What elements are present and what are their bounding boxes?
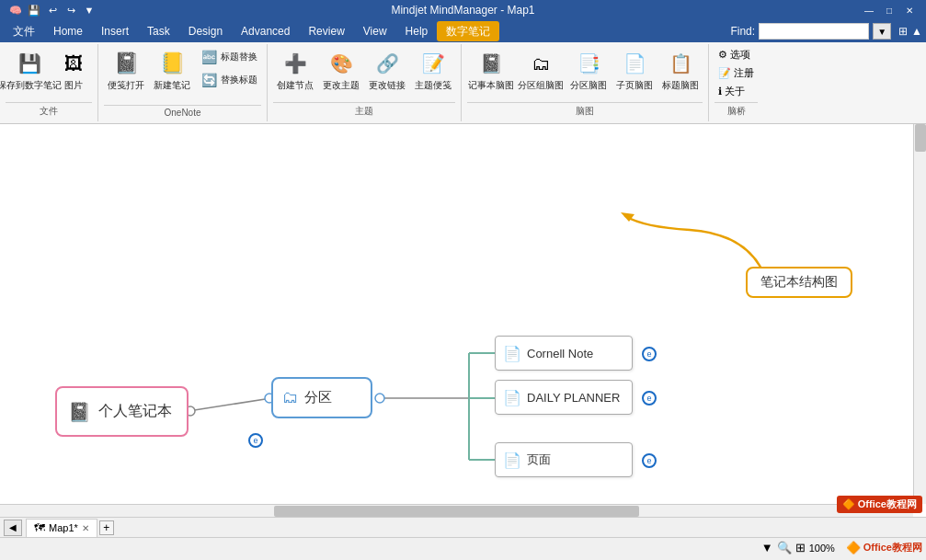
window-title: Mindjet MindManager - Map1 (391, 4, 534, 17)
menu-right: Find: ▼ ⊞ ▲ (730, 23, 922, 40)
register-icon: 📝 (718, 67, 731, 79)
open-notes-btn[interactable]: 📓 便笺打开 (104, 46, 148, 94)
change-theme-label: 更改主题 (323, 80, 360, 91)
help-btn[interactable]: ▲ (911, 25, 922, 38)
menu-home[interactable]: Home (44, 21, 92, 41)
page-node-daily[interactable]: 📄 DAILY PLANNER (495, 380, 633, 415)
menu-help[interactable]: Help (396, 21, 438, 41)
h-scrollbar-thumb[interactable] (274, 506, 639, 517)
grid-view-btn[interactable]: ⊞ (898, 25, 908, 38)
ie-icon-page[interactable]: e (642, 453, 657, 468)
tab-close-btn[interactable]: ✕ (82, 523, 89, 533)
theme-notes-icon: 📝 (418, 49, 448, 78)
new-tab-btn[interactable]: + (99, 520, 114, 535)
menu-task[interactable]: Task (138, 21, 179, 41)
notebook-mindmap-btn[interactable]: 📓 记事本脑图 (467, 46, 515, 94)
close-button[interactable]: ✕ (900, 3, 919, 17)
title-replace-icon: 🔤 (200, 48, 218, 66)
open-notes-icon: 📓 (111, 49, 141, 78)
menu-insert[interactable]: Insert (92, 21, 138, 41)
logo-icon: 🔶 (846, 541, 861, 554)
change-theme-icon: 🎨 (326, 49, 356, 78)
ribbon: 💾 保存到数字笔记 🖼 图片 文件 📓 便笺打开 📒 新建笔记 🔤 (0, 42, 926, 124)
change-theme-btn[interactable]: 🎨 更改主题 (319, 46, 363, 94)
layout-icon[interactable]: ⊞ (795, 541, 806, 554)
replace-title-btn[interactable]: 🔄 替换标题 (196, 69, 261, 91)
page-label-daily: DAILY PLANNER (527, 391, 620, 405)
new-notes-icon: 📒 (157, 49, 187, 78)
page-node-cornell[interactable]: 📄 Cornell Note (495, 336, 633, 371)
tab-bar: ◀ 🗺 Map1* ✕ + (0, 517, 926, 537)
replace-title-label: 替换标题 (221, 74, 257, 86)
ie-icon-daily[interactable]: e (642, 391, 657, 406)
image-btn[interactable]: 🖼 图片 (55, 46, 92, 94)
register-label: 注册 (734, 66, 754, 80)
title-replace-btn[interactable]: 🔤 标题替换 (196, 46, 261, 68)
map-tab[interactable]: 🗺 Map1* ✕ (26, 519, 97, 537)
title-mindmap-btn[interactable]: 📋 标题脑图 (658, 46, 703, 94)
undo-btn[interactable]: ↩ (44, 2, 61, 18)
open-notes-label: 便笺打开 (108, 80, 144, 91)
about-btn[interactable]: ℹ 关于 (715, 83, 758, 100)
menu-design[interactable]: Design (179, 21, 232, 41)
section-node[interactable]: 🗂 分区 (271, 377, 372, 418)
v-scrollbar-thumb[interactable] (915, 124, 926, 152)
options-label: 选项 (730, 48, 750, 62)
find-input[interactable] (759, 23, 869, 40)
save-to-notes-btn[interactable]: 💾 保存到数字笔记 (6, 46, 53, 94)
ribbon-theme-content: ➕ 创建节点 🎨 更改主题 🔗 更改链接 📝 主题便笺 (273, 46, 455, 100)
ribbon-onenote-label: OneNote (104, 105, 261, 120)
ribbon-group-bridge: ⚙ 选项 📝 注册 ℹ 关于 脑桥 (709, 44, 763, 121)
notebook-label: 个人笔记本 (98, 402, 172, 421)
h-scrollbar[interactable] (0, 504, 913, 517)
register-btn[interactable]: 📝 注册 (715, 64, 758, 82)
create-node-icon: ➕ (280, 49, 310, 78)
redo-btn[interactable]: ↪ (63, 2, 79, 18)
options-btn[interactable]: ⚙ 选项 (715, 46, 758, 63)
svg-marker-9 (621, 212, 634, 222)
change-link-btn[interactable]: 🔗 更改链接 (365, 46, 409, 94)
customize-btn[interactable]: ▼ (81, 2, 97, 18)
nav-back-btn[interactable]: ◀ (4, 520, 22, 536)
section-label: 分区 (304, 389, 332, 406)
section-mindmap-btn[interactable]: 📑 分区脑图 (566, 46, 611, 94)
ie-icon-notebook[interactable]: e (248, 433, 263, 448)
v-scrollbar[interactable] (913, 124, 926, 504)
connections-svg (0, 124, 926, 517)
zoom-percent: 100% (809, 543, 835, 554)
ie-icon-cornell[interactable]: e (642, 347, 657, 361)
menu-review[interactable]: Review (299, 21, 353, 41)
maximize-button[interactable]: □ (880, 3, 898, 17)
ribbon-group-file: 💾 保存到数字笔记 🖼 图片 文件 (0, 44, 98, 121)
save-notes-icon: 💾 (15, 49, 44, 78)
section-mindmap-icon: 📑 (574, 49, 603, 78)
subpage-mindmap-btn[interactable]: 📄 子页脑图 (612, 46, 657, 94)
notebook-mindmap-label: 记事本脑图 (468, 80, 514, 91)
ribbon-bridge-col: ⚙ 选项 📝 注册 ℹ 关于 (715, 46, 758, 100)
notebook-node[interactable]: 📓 个人笔记本 (55, 386, 189, 437)
new-notes-btn[interactable]: 📒 新建笔记 (150, 46, 194, 94)
section-group-mindmap-btn[interactable]: 🗂 分区组脑图 (517, 46, 565, 94)
save-quick-btn[interactable]: 💾 (26, 2, 42, 18)
filter-icon[interactable]: ▼ (761, 541, 773, 554)
menu-view[interactable]: View (354, 21, 396, 41)
watermark-logo: 🔶 Office教程网 (846, 541, 922, 554)
page-label-cornell: Cornell Note (527, 347, 593, 360)
ribbon-mindmap-content: 📓 记事本脑图 🗂 分区组脑图 📑 分区脑图 📄 子页脑图 📋 标题脑图 (467, 46, 703, 100)
minimize-button[interactable]: — (860, 3, 878, 17)
menu-digital-notes[interactable]: 数字笔记 (437, 21, 499, 41)
section-icon: 🗂 (282, 388, 299, 407)
theme-notes-btn[interactable]: 📝 主题便笺 (411, 46, 455, 94)
menu-advanced[interactable]: Advanced (232, 21, 299, 41)
page-node-page[interactable]: 📄 页面 (495, 442, 633, 477)
status-bar: ▼ 🔍 ⊞ 100% 🔶 Office教程网 (0, 537, 926, 557)
image-label: 图片 (64, 80, 83, 91)
view-icon[interactable]: 🔍 (777, 541, 792, 554)
find-dropdown-btn[interactable]: ▼ (873, 23, 891, 40)
tab-icon: 🗺 (34, 521, 45, 534)
menu-file[interactable]: 文件 (4, 21, 44, 41)
svg-point-4 (375, 394, 384, 403)
title-replace-label: 标题替换 (221, 51, 257, 63)
create-node-btn[interactable]: ➕ 创建节点 (273, 46, 317, 94)
notebook-mindmap-icon: 📓 (476, 49, 506, 78)
